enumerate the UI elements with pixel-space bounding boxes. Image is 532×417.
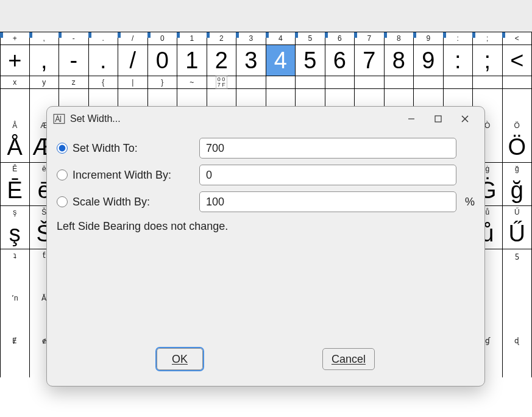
glyph-header-cell: .: [89, 32, 119, 45]
glyph-cell[interactable]: [503, 347, 532, 377]
glyph-header-cell: -: [59, 32, 89, 45]
glyph-cell[interactable]: :: [444, 45, 473, 76]
glyph-header-cell: [296, 76, 325, 88]
dialog-body: Set Width To: Increment Width By: Scale …: [47, 131, 484, 233]
glyph-header-cell: ,: [30, 32, 60, 45]
maximize-button[interactable]: [425, 110, 452, 128]
increment-width-input[interactable]: [199, 165, 456, 185]
glyph-header-cell: +: [0, 32, 30, 45]
glyph-header-cell: [266, 76, 296, 88]
glyph-cell[interactable]: ,: [30, 45, 60, 76]
glyph-cell[interactable]: <: [503, 45, 532, 76]
glyph-header-cell: z: [59, 76, 89, 88]
glyph-header-cell: [444, 76, 473, 88]
set-width-input[interactable]: [199, 138, 456, 159]
dialog-title: Set Width...: [70, 113, 398, 124]
glyph-header-cell: [414, 76, 444, 88]
cancel-button[interactable]: Cancel: [322, 348, 375, 370]
glyph-cell[interactable]: /: [118, 45, 148, 76]
scale-width-radio[interactable]: [57, 196, 68, 207]
glyph-header-cell: |: [118, 76, 148, 88]
glyph-cell[interactable]: [0, 89, 30, 119]
glyph-header-cell: /: [118, 32, 148, 45]
glyph-header-cell: Å: [0, 119, 30, 132]
glyph-cell[interactable]: 6: [325, 45, 355, 76]
glyph-header-cell: 2: [207, 32, 237, 45]
glyph-header-cell: {: [89, 76, 119, 88]
glyph-cell[interactable]: 7: [355, 45, 385, 76]
glyph-header-cell: Ɇ: [0, 335, 30, 347]
glyph-cell[interactable]: 8: [385, 45, 414, 76]
scale-width-input[interactable]: [199, 191, 456, 212]
glyph-cell[interactable]: ;: [473, 45, 503, 76]
glyph-cell[interactable]: -: [59, 45, 89, 76]
note-text: Left Side Bearing does not change.: [57, 220, 475, 233]
set-width-dialog: Set Width... Set Width To: Increment Wid…: [46, 106, 485, 387]
increment-width-label: Increment Width By:: [73, 169, 194, 182]
glyph-cell[interactable]: [503, 262, 532, 292]
glyph-header-cell: 5: [296, 32, 325, 45]
glyph-header-cell: [503, 292, 532, 304]
glyph-cell[interactable]: [503, 304, 532, 335]
close-button[interactable]: [452, 110, 478, 128]
glyph-header-cell: ;: [473, 32, 503, 45]
glyph-header-cell: ʇ: [0, 249, 30, 262]
glyph-cell[interactable]: 2: [207, 45, 237, 76]
increment-width-radio[interactable]: [57, 169, 68, 180]
glyph-cell[interactable]: +: [0, 45, 30, 76]
glyph-header-cell: ğ: [503, 163, 532, 175]
set-width-radio[interactable]: [57, 143, 68, 154]
glyph-cell[interactable]: Ö: [503, 132, 532, 162]
ok-button[interactable]: OK: [157, 348, 203, 370]
glyph-header-cell: [236, 76, 266, 88]
glyph-cell[interactable]: [0, 304, 30, 335]
glyph-cell[interactable]: ş: [0, 218, 30, 249]
app-icon: [53, 113, 65, 125]
glyph-cell[interactable]: [503, 89, 532, 119]
glyph-cell[interactable]: 4: [266, 45, 296, 76]
glyph-cell[interactable]: 9: [414, 45, 444, 76]
glyph-header-cell: ş: [0, 206, 30, 218]
glyph-header-cell: 7: [355, 32, 385, 45]
glyph-header-cell: <: [503, 32, 532, 45]
glyph-cell[interactable]: 5: [296, 45, 325, 76]
app-background: [0, 0, 532, 32]
dialog-titlebar[interactable]: Set Width...: [47, 107, 484, 131]
glyph-header-cell: ʼn: [0, 292, 30, 304]
glyph-header-cell: [355, 76, 385, 88]
glyph-header-cell: 9: [414, 32, 444, 45]
glyph-cell[interactable]: Å: [0, 132, 30, 162]
glyph-header-cell: Ö: [503, 119, 532, 132]
glyph-header-cell: 4: [266, 32, 296, 45]
glyph-header-cell: Ē: [0, 163, 30, 175]
glyph-header-cell: }: [148, 76, 178, 88]
glyph-header-cell: 3: [236, 32, 266, 45]
glyph-cell[interactable]: 0: [148, 45, 178, 76]
glyph-header-cell: ɖ: [503, 335, 532, 347]
glyph-header-cell: 1: [177, 32, 207, 45]
glyph-header-cell: ~: [177, 76, 207, 88]
glyph-cell[interactable]: 3: [236, 45, 266, 76]
glyph-header-cell: x: [0, 76, 30, 88]
glyph-cell[interactable]: ğ: [503, 175, 532, 205]
glyph-header-cell: 6: [325, 32, 355, 45]
glyph-header-cell: [325, 76, 355, 88]
glyph-header-cell: [503, 76, 532, 88]
set-width-label: Set Width To:: [73, 142, 194, 155]
glyph-header-cell: :: [444, 32, 473, 45]
glyph-header-cell: [473, 76, 503, 88]
glyph-header-cell: Ű: [503, 206, 532, 218]
glyph-cell[interactable]: Ű: [503, 218, 532, 249]
glyph-header-cell: 8: [385, 32, 414, 45]
glyph-cell[interactable]: .: [89, 45, 119, 76]
glyph-cell[interactable]: [0, 262, 30, 292]
glyph-cell[interactable]: [0, 347, 30, 377]
minimize-button[interactable]: [398, 110, 425, 128]
svg-rect-2: [435, 116, 441, 122]
glyph-header-cell: 0 0 7 F: [207, 76, 237, 88]
glyph-header-cell: [385, 76, 414, 88]
glyph-header-cell: ƽ: [503, 249, 532, 262]
glyph-cell[interactable]: Ē: [0, 175, 30, 205]
glyph-cell[interactable]: 1: [177, 45, 207, 76]
glyph-header-cell: 0: [148, 32, 178, 45]
